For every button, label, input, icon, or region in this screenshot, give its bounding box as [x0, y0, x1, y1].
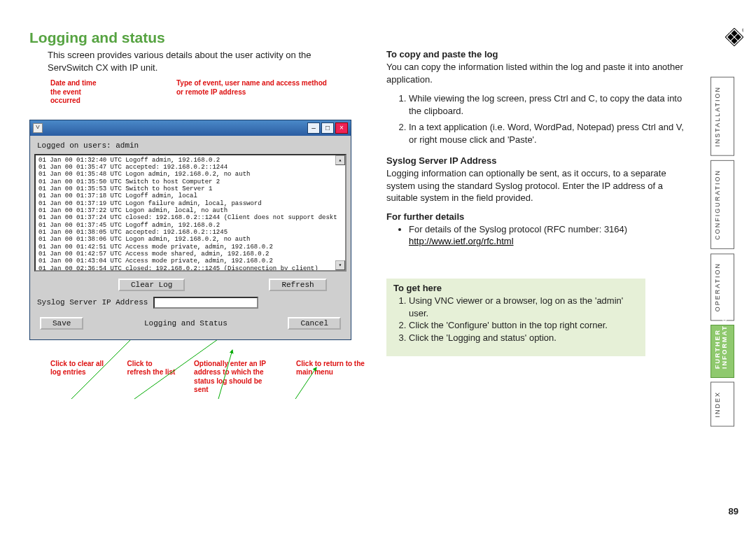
log-listbox[interactable]: 01 Jan 00 01:32:40 UTC Logoff admin, 192…: [34, 154, 346, 272]
section-tabs: INSTALLATION CONFIGURATION OPERATION FUR…: [701, 77, 743, 426]
annotation-datetime: Date and time the event occurred: [50, 79, 106, 106]
further-item: For details of the Syslog protocol (RFC …: [409, 223, 687, 248]
log-dialog: V – □ × Logged on users: admin 01 Jan 00…: [29, 120, 351, 340]
app-icon: V: [33, 123, 43, 133]
howto-step-1: Using VNC viewer or a browser, log on as…: [409, 295, 638, 319]
further-section-title: For further details: [386, 211, 687, 222]
annotation-cancel: Click to return to the main menu: [296, 360, 365, 377]
copy-step-1: While viewing the log screen, press Ctrl…: [409, 92, 687, 117]
howto-step-3: Click the 'Logging and status' option.: [409, 332, 638, 344]
copy-step-2: In a text application (i.e. Word, WordPa…: [409, 121, 687, 146]
logged-on-users: Logged on users: admin: [37, 141, 346, 150]
rfc-link[interactable]: http://www.ietf.org/rfc.html: [409, 236, 514, 246]
annotation-syslog-field: Optionally enter an IP address to which …: [194, 360, 278, 395]
syslog-section-body: Logging information can optionally be se…: [386, 167, 687, 204]
syslog-ip-input[interactable]: [153, 297, 258, 309]
scroll-down-button[interactable]: ▾: [335, 260, 345, 270]
page-intro: This screen provides various details abo…: [48, 49, 349, 73]
clear-log-button[interactable]: Clear Log: [118, 279, 185, 291]
syslog-section-title: Syslog Server IP Address: [386, 155, 687, 166]
syslog-label: Syslog Server IP Address: [37, 298, 148, 307]
brand-logo-icon: ®: [725, 28, 743, 46]
howto-step-2: Click the 'Configure' button in the top …: [409, 319, 638, 332]
save-button[interactable]: Save: [40, 317, 83, 330]
howto-title: To get here: [393, 283, 638, 293]
tab-installation[interactable]: INSTALLATION: [710, 77, 734, 156]
annotation-refresh: Click to refresh the list: [127, 360, 176, 377]
copy-section-intro: You can copy the information listed with…: [386, 61, 687, 85]
page-number: 89: [729, 506, 738, 517]
howto-box: To get here Using VNC viewer or a browse…: [386, 279, 645, 356]
annotation-clear: Click to clear all log entries: [50, 360, 109, 377]
dialog-status-label: Logging and Status: [144, 319, 227, 328]
tab-index[interactable]: INDEX: [710, 382, 734, 427]
scroll-up-button[interactable]: ▴: [335, 155, 345, 165]
refresh-button[interactable]: Refresh: [269, 279, 326, 291]
dialog-titlebar: V – □ ×: [30, 120, 351, 136]
tab-configuration[interactable]: CONFIGURATION: [710, 160, 734, 249]
annotation-eventtype: Type of event, user name and access meth…: [176, 79, 330, 106]
copy-section-title: To copy and paste the log: [386, 49, 687, 59]
cancel-button[interactable]: Cancel: [288, 317, 341, 330]
page-title: Logging and status: [29, 29, 693, 46]
maximize-button[interactable]: □: [321, 122, 334, 134]
tab-further-information[interactable]: FURTHER INFORMATION: [710, 325, 734, 378]
close-button[interactable]: ×: [335, 122, 348, 134]
svg-text:®: ®: [742, 28, 743, 33]
minimize-button[interactable]: –: [307, 122, 320, 134]
